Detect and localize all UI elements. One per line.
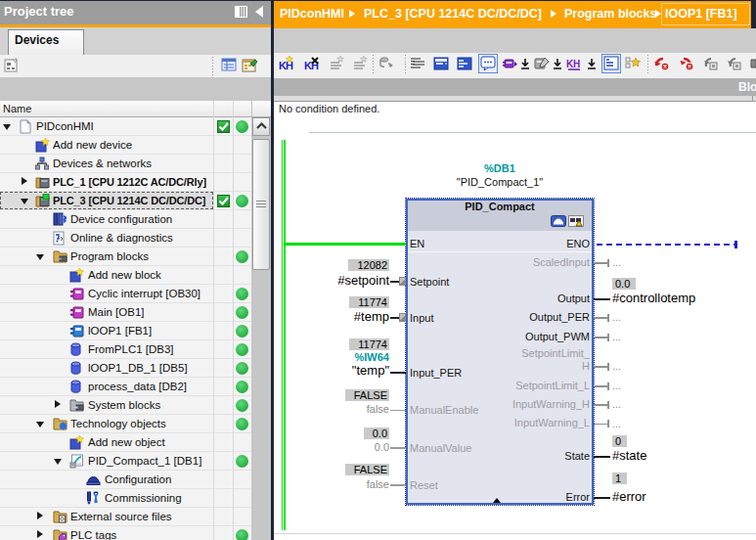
svg-text:H: H (286, 60, 293, 71)
svg-text:H: H (573, 59, 580, 69)
